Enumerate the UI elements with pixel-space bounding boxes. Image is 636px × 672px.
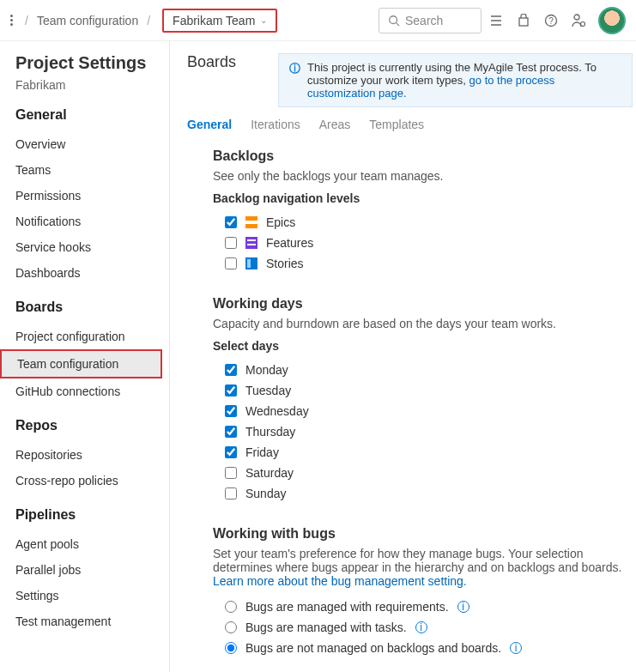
info-banner-text: This project is currently using the MyAg…: [307, 61, 621, 100]
list-icon[interactable]: [488, 13, 504, 28]
epics-label: Epics: [266, 215, 295, 229]
bugs-option-not-managed: Bugs are not managed on backlogs and boa…: [245, 641, 501, 655]
bugs-option-tasks: Bugs are managed with tasks.: [245, 621, 407, 634]
sidebar-item-project-config[interactable]: Project configuration: [0, 324, 162, 349]
backlogs-section: Backlogs See only the backlogs your team…: [213, 148, 627, 274]
sunday-checkbox[interactable]: [225, 487, 237, 499]
sidebar-item-permissions[interactable]: Permissions: [0, 183, 162, 209]
search-icon: [388, 15, 400, 27]
backlog-level-epics: Epics: [213, 212, 627, 233]
backlogs-sub: Backlog navigation levels: [213, 191, 627, 205]
info-banner: ⓘ This project is currently using the My…: [278, 53, 633, 107]
saturday-label: Saturday: [245, 466, 294, 480]
tab-iterations[interactable]: Iterations: [251, 118, 300, 136]
stories-label: Stories: [266, 257, 304, 270]
backlog-level-stories: Stories: [213, 253, 627, 274]
bugs-radio-not-managed[interactable]: [225, 642, 237, 654]
workingdays-desc: Capacity and burndown are based on the d…: [213, 317, 627, 330]
sidebar-section-general: General: [15, 107, 169, 123]
sidebar-item-test-mgmt[interactable]: Test management: [0, 608, 162, 634]
workingdays-sub: Select days: [213, 339, 627, 353]
sidebar-item-repositories[interactable]: Repositories: [0, 442, 162, 468]
sunday-label: Sunday: [245, 487, 286, 500]
avatar[interactable]: [598, 7, 626, 34]
workingdays-section: Working days Capacity and burndown are b…: [213, 296, 627, 504]
tabs: General Iterations Areas Templates: [187, 118, 636, 136]
bugs-desc: Set your team's preference for how they …: [213, 547, 627, 588]
page-title: Boards: [187, 53, 264, 71]
content: Boards ⓘ This project is currently using…: [170, 41, 636, 672]
info-icon[interactable]: i: [457, 601, 469, 613]
sidebar-item-team-config[interactable]: Team configuration: [0, 349, 162, 378]
breadcrumb-item[interactable]: Team configuration: [37, 14, 138, 27]
sidebar-item-parallel-jobs[interactable]: Parallel jobs: [0, 557, 162, 583]
tab-general[interactable]: General: [187, 118, 232, 136]
workingdays-heading: Working days: [213, 296, 627, 312]
user-settings-icon[interactable]: [571, 13, 586, 28]
info-icon: ⓘ: [289, 61, 300, 100]
search-input[interactable]: Search: [379, 8, 482, 33]
sidebar-item-cross-repo[interactable]: Cross-repo policies: [0, 468, 162, 493]
team-dropdown[interactable]: Fabrikam Team ⌄: [162, 9, 277, 33]
sidebar-item-agent-pools[interactable]: Agent pools: [0, 531, 162, 557]
monday-checkbox[interactable]: [225, 364, 237, 376]
tab-templates[interactable]: Templates: [369, 118, 424, 136]
friday-checkbox[interactable]: [225, 446, 237, 458]
stories-checkbox[interactable]: [225, 257, 237, 269]
more-icon[interactable]: [10, 15, 16, 26]
bugs-radio-tasks[interactable]: [225, 621, 237, 633]
sidebar-section-repos: Repos: [15, 418, 169, 433]
svg-text:?: ?: [548, 16, 554, 26]
bugs-heading: Working with bugs: [213, 526, 627, 542]
bugs-section: Working with bugs Set your team's prefer…: [213, 526, 627, 658]
svg-point-5: [574, 15, 579, 20]
breadcrumb: / Team configuration / Fabrikam Team ⌄: [10, 9, 277, 33]
thursday-label: Thursday: [245, 425, 295, 439]
thursday-checkbox[interactable]: [225, 426, 237, 438]
backlogs-heading: Backlogs: [213, 148, 627, 164]
feature-icon: [245, 237, 257, 249]
marketplace-icon[interactable]: [516, 13, 531, 28]
bugs-radio-requirements[interactable]: [225, 601, 237, 613]
monday-label: Monday: [245, 363, 288, 377]
saturday-checkbox[interactable]: [225, 467, 237, 479]
friday-label: Friday: [245, 445, 279, 459]
story-icon: [245, 257, 257, 269]
chevron-down-icon: ⌄: [260, 15, 267, 25]
info-icon[interactable]: i: [415, 621, 427, 633]
breadcrumb-separator: /: [20, 14, 33, 27]
epic-icon: [245, 216, 257, 228]
tuesday-checkbox[interactable]: [225, 384, 237, 397]
sidebar-item-settings[interactable]: Settings: [0, 583, 162, 608]
sidebar-item-github-connections[interactable]: GitHub connections: [0, 378, 162, 404]
search-placeholder: Search: [405, 14, 443, 27]
team-dropdown-label: Fabrikam Team: [173, 14, 255, 27]
sidebar: Project Settings Fabrikam General Overvi…: [0, 41, 170, 672]
backlogs-desc: See only the backlogs your team manages.: [213, 169, 627, 183]
project-name[interactable]: Fabrikam: [15, 78, 169, 92]
svg-point-0: [390, 15, 397, 23]
epics-checkbox[interactable]: [225, 216, 237, 228]
help-icon[interactable]: ?: [543, 13, 559, 28]
features-checkbox[interactable]: [225, 237, 237, 249]
sidebar-section-pipelines: Pipelines: [15, 507, 169, 523]
backlog-level-features: Features: [213, 233, 627, 253]
tab-areas[interactable]: Areas: [319, 118, 351, 136]
sidebar-section-boards: Boards: [15, 300, 169, 315]
sidebar-item-overview[interactable]: Overview: [0, 131, 162, 157]
svg-rect-2: [519, 18, 528, 26]
features-label: Features: [266, 236, 313, 250]
sidebar-title: Project Settings: [15, 53, 169, 73]
bugs-option-requirements: Bugs are managed with requirements.: [245, 600, 449, 614]
svg-line-1: [397, 22, 400, 26]
sidebar-item-dashboards[interactable]: Dashboards: [0, 260, 162, 286]
sidebar-item-notifications[interactable]: Notifications: [0, 209, 162, 234]
breadcrumb-separator: /: [142, 14, 155, 27]
sidebar-item-teams[interactable]: Teams: [0, 157, 162, 183]
bugs-learn-more-link[interactable]: Learn more about the bug management sett…: [213, 574, 467, 588]
sidebar-item-service-hooks[interactable]: Service hooks: [0, 234, 162, 260]
wednesday-checkbox[interactable]: [225, 405, 237, 417]
wednesday-label: Wednesday: [245, 404, 309, 418]
svg-point-6: [581, 21, 585, 26]
info-icon[interactable]: i: [510, 642, 522, 654]
